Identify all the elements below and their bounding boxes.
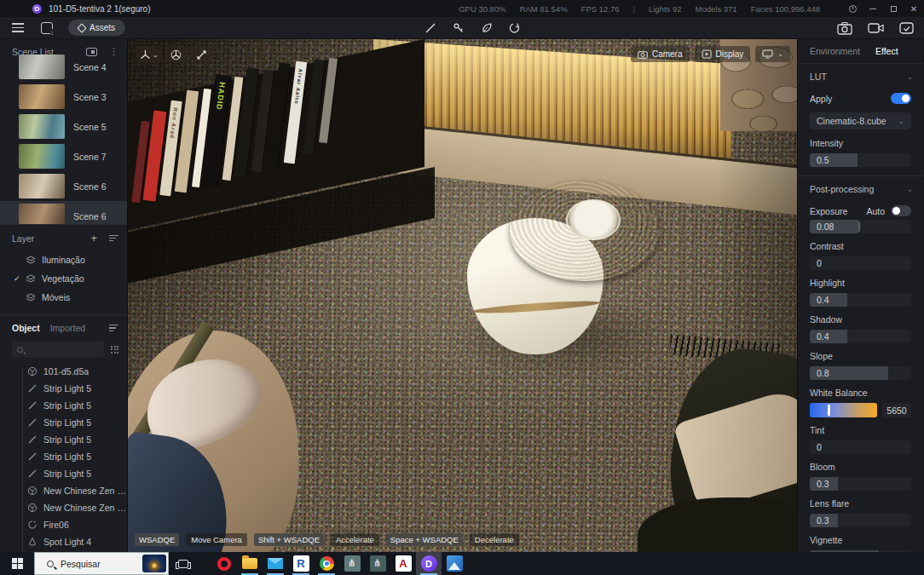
taskbar-app-mail[interactable] — [263, 552, 288, 575]
taskbar-app-photos[interactable] — [442, 552, 467, 575]
object-item[interactable]: Strip Light 5 — [22, 431, 127, 448]
white-balance-value[interactable]: 5650 — [882, 403, 911, 417]
app-icon — [370, 555, 386, 572]
effect-panel: Environment Effect LUT ⌄ Apply Cinematic… — [797, 39, 923, 552]
contrast-slider[interactable]: 0 — [810, 256, 911, 270]
clock-icon — [849, 5, 857, 13]
pen-tool-button[interactable] — [424, 21, 437, 35]
object-item[interactable]: Fire06 — [22, 516, 127, 533]
move-gizmo-icon — [140, 49, 151, 60]
tab-object[interactable]: Object — [12, 323, 40, 333]
intensity-label: Intensity — [810, 138, 911, 148]
bloom-slider[interactable]: 0.3 — [810, 477, 911, 491]
object-sort-icon[interactable] — [109, 325, 118, 331]
object-item[interactable]: Spot Light 4 — [22, 533, 127, 550]
close-button[interactable]: ✕ — [904, 0, 924, 17]
spot-light-icon — [27, 537, 38, 547]
swirl-tool-button[interactable] — [508, 21, 522, 35]
exposure-auto-toggle[interactable] — [891, 205, 911, 216]
collapse-icon[interactable]: ⌄ — [906, 72, 913, 81]
object-item[interactable]: Strip Light 5 — [22, 414, 127, 431]
maximize-button[interactable] — [883, 0, 904, 17]
render-video-button[interactable] — [868, 21, 884, 35]
rotate-gizmo-button[interactable] — [165, 46, 188, 63]
scene-item-6-selected[interactable]: Scene 6 — [0, 201, 127, 224]
scene-thumbnail — [19, 204, 65, 224]
leaf-tool-button[interactable] — [480, 21, 494, 35]
lut-apply-toggle[interactable] — [891, 93, 911, 104]
minimize-button[interactable] — [863, 0, 883, 17]
tab-effect[interactable]: Effect — [875, 46, 898, 56]
assets-button[interactable]: Assets — [68, 20, 125, 36]
shadow-slider[interactable]: 0.4 — [810, 330, 911, 343]
object-list[interactable]: 101-d5.d5a Strip Light 5 Strip Light 5 S… — [0, 363, 127, 552]
object-item[interactable]: Strip Light 5 — [22, 380, 127, 397]
vignette-slider[interactable]: 0.7 — [810, 550, 911, 552]
taskbar-app-d5[interactable]: D — [416, 552, 442, 575]
render-queue-button[interactable] — [899, 21, 914, 35]
exposure-slider[interactable]: 0.08 — [810, 220, 911, 233]
white-balance-handle[interactable] — [828, 405, 830, 416]
photos-icon — [447, 555, 463, 572]
taskbar-app-chrome[interactable] — [314, 552, 339, 575]
taskbar-app-opera[interactable] — [211, 552, 237, 575]
taskbar-app-autocad[interactable]: A — [390, 552, 416, 575]
history-button[interactable] — [842, 0, 863, 17]
layers-icon — [26, 274, 36, 284]
layer-item-iluminacao[interactable]: Iluminação — [0, 251, 127, 268]
taskbar-app-revit[interactable]: R — [288, 552, 314, 575]
camera-button[interactable]: Camera — [631, 46, 690, 62]
layers-icon — [26, 256, 36, 265]
scene-thumbnail — [19, 114, 65, 139]
viewport-mode-button[interactable]: ⌄ — [755, 46, 790, 62]
tint-slider[interactable]: 0 — [810, 440, 911, 454]
object-search-input[interactable] — [12, 341, 104, 358]
slope-slider[interactable]: 0.8 — [810, 366, 911, 380]
object-item[interactable]: Strip Light 5 — [22, 465, 127, 482]
scale-gizmo-button[interactable] — [191, 46, 213, 63]
lut-preset-select[interactable]: Cinematic-8.cube ⌄ — [810, 112, 911, 129]
object-item[interactable]: Strip Light 5 — [22, 397, 127, 414]
layer-sort-icon[interactable] — [109, 235, 118, 242]
display-button[interactable]: Display — [695, 46, 751, 62]
object-item[interactable]: New Chinese Zen Potted Pl... — [22, 499, 127, 516]
scene-display-icon[interactable] — [86, 48, 97, 56]
layer-item-vegetacao[interactable]: ✓ Vegetação — [0, 270, 127, 287]
task-view-button[interactable] — [169, 552, 198, 575]
start-button[interactable] — [0, 552, 34, 575]
search-icon — [47, 561, 54, 567]
taskbar-search-input[interactable]: Pesquisar — [34, 552, 169, 575]
menu-button[interactable] — [12, 23, 24, 32]
scene-item-4[interactable]: Scene 4 — [0, 52, 127, 82]
taskbar-app-2[interactable] — [365, 552, 390, 575]
white-balance-slider[interactable] — [810, 403, 877, 417]
scene-list[interactable]: Scene 4 Scene 3 Scene 5 Scene 7 Scene 6 … — [0, 52, 127, 224]
scene-item-7[interactable]: Scene 7 — [0, 141, 127, 171]
add-layer-button[interactable]: + — [90, 232, 97, 244]
viewport-3d[interactable]: Ron Arad HADID Alvar Aalto — [128, 39, 797, 552]
scene-item-6[interactable]: Scene 6 — [0, 171, 127, 201]
grid-view-icon[interactable] — [111, 346, 118, 354]
object-item[interactable]: New Chinese Zen Potted Pl... — [22, 482, 127, 499]
taskbar-app-explorer[interactable] — [237, 552, 263, 575]
lens-flare-slider[interactable]: 0.3 — [810, 514, 911, 527]
layers-icon — [26, 293, 36, 302]
intensity-slider[interactable]: 0.5 — [810, 153, 911, 167]
taskbar-app-1[interactable] — [339, 552, 365, 575]
import-button[interactable] — [41, 22, 53, 34]
tab-imported[interactable]: Imported — [50, 323, 85, 333]
highlight-slider[interactable]: 0.4 — [810, 293, 911, 307]
collapse-icon[interactable]: ⌄ — [906, 185, 913, 193]
strip-light-icon — [27, 434, 38, 445]
move-gizmo-button[interactable]: ⌄ — [136, 46, 162, 63]
object-item[interactable]: Strip Light 5 — [22, 448, 127, 465]
layer-item-moveis[interactable]: Móveis — [0, 289, 127, 306]
scene-item-5[interactable]: Scene 5 — [0, 112, 127, 141]
scene-item-3[interactable]: Scene 3 — [0, 82, 127, 112]
object-item[interactable]: 101-d5.d5a — [22, 363, 127, 380]
d5-logo-icon: D — [32, 4, 42, 14]
strip-light-icon — [27, 400, 38, 411]
key-tool-button[interactable] — [452, 21, 465, 35]
tab-environment[interactable]: Environment — [810, 46, 860, 56]
render-image-button[interactable] — [837, 21, 852, 35]
